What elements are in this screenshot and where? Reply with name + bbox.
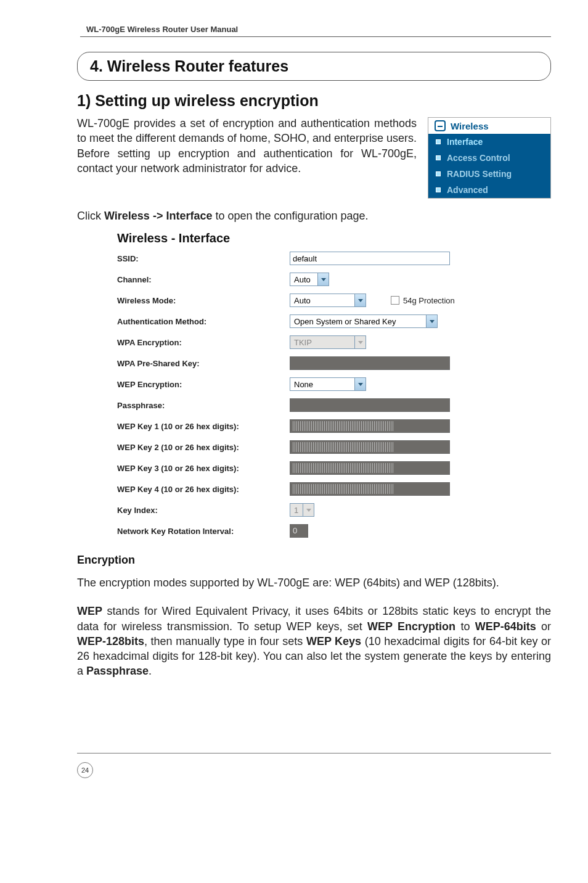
footer-divider: [77, 753, 551, 754]
click-hint-path: Wireless -> Interface: [104, 210, 212, 222]
wep128-bold: WEP-128bits: [77, 635, 144, 647]
dropdown-arrow-icon: [303, 504, 314, 516]
click-hint: Click Wireless -> Interface to open the …: [77, 210, 551, 223]
protection-checkbox[interactable]: [391, 296, 399, 305]
masked-value: [293, 463, 393, 473]
auth-method-select-value: Open System or Shared Key: [294, 317, 396, 326]
nav-item-label: Advanced: [447, 185, 488, 195]
wireless-nav-panel: Wireless Interface Access Control RADIUS…: [428, 117, 551, 199]
auth-method-select[interactable]: Open System or Shared Key: [290, 314, 438, 328]
label-ssid: SSID:: [117, 254, 290, 263]
wep-encryption-select-value: None: [294, 380, 313, 389]
section-title-box: 4. Wireless Router features: [77, 52, 551, 81]
key-index-select: 1: [290, 503, 314, 517]
nav-item-radius-setting[interactable]: RADIUS Setting: [428, 166, 550, 182]
manual-title: WL-700gE Wireless Router User Manual: [37, 25, 551, 34]
row-passphrase: Passphrase:: [117, 398, 502, 412]
row-wireless-mode: Wireless Mode: Auto 54g Protection: [117, 294, 502, 307]
label-wep-key-3: WEP Key 3 (10 or 26 hex digits):: [117, 464, 290, 473]
label-wep-key-2: WEP Key 2 (10 or 26 hex digits):: [117, 443, 290, 452]
panel-title: Wireless - Interface: [117, 231, 502, 245]
protection-checkbox-wrap[interactable]: 54g Protection: [391, 296, 455, 305]
masked-value: [293, 421, 393, 431]
masked-value: [293, 442, 393, 452]
wireless-mode-select-value: Auto: [294, 296, 311, 305]
row-key-index: Key Index: 1: [117, 503, 502, 517]
dropdown-arrow-icon: [354, 336, 365, 348]
row-wpa-encryption: WPA Encryption: TKIP: [117, 335, 502, 349]
wireless-mode-select[interactable]: Auto: [290, 294, 366, 307]
dropdown-arrow-icon: [354, 378, 365, 390]
row-wep-key-4: WEP Key 4 (10 or 26 hex digits):: [117, 482, 502, 496]
nav-bullet-icon: [436, 155, 441, 160]
row-wep-key-3: WEP Key 3 (10 or 26 hex digits):: [117, 461, 502, 475]
wpa-encryption-select: TKIP: [290, 335, 366, 349]
wep-key-2-input: [290, 440, 450, 454]
label-wireless-mode: Wireless Mode:: [117, 296, 290, 305]
row-wep-key-2: WEP Key 2 (10 or 26 hex digits):: [117, 440, 502, 454]
nav-header-label: Wireless: [451, 121, 489, 131]
text-run: , then manually type in four sets: [144, 635, 306, 647]
wep-bold: WEP: [77, 605, 102, 617]
nav-header[interactable]: Wireless: [428, 118, 550, 134]
dropdown-arrow-icon: [354, 294, 365, 306]
wep64-bold: WEP-64bits: [475, 620, 536, 633]
wep-key-1-input: [290, 419, 450, 433]
wep-key-4-input: [290, 482, 450, 496]
wpa-psk-input: [290, 356, 450, 370]
row-wpa-psk: WPA Pre-Shared Key:: [117, 356, 502, 370]
wireless-interface-panel: Wireless - Interface SSID: Channel: Auto…: [117, 231, 502, 538]
label-passphrase: Passphrase:: [117, 401, 290, 410]
channel-select-value: Auto: [294, 275, 311, 284]
nav-item-label: Interface: [447, 137, 483, 147]
text-run: or: [536, 620, 551, 633]
label-auth-method: Authentication Method:: [117, 317, 290, 326]
nav-item-label: RADIUS Setting: [447, 169, 512, 179]
label-wep-key-4: WEP Key 4 (10 or 26 hex digits):: [117, 485, 290, 494]
row-wep-encryption: WEP Encryption: None: [117, 377, 502, 391]
click-hint-suffix: to open the configuration page.: [212, 210, 368, 222]
wepkeys-bold: WEP Keys: [306, 635, 361, 647]
page-footer: 24: [77, 753, 551, 778]
row-rotation-interval: Network Key Rotation Interval: 0: [117, 524, 502, 538]
nav-bullet-icon: [436, 171, 441, 176]
masked-value: [293, 484, 393, 494]
page-number: 24: [77, 762, 93, 778]
label-wpa-encryption: WPA Encryption:: [117, 338, 290, 347]
encryption-paragraph-2: WEP stands for Wired Equivalent Privacy,…: [77, 604, 551, 678]
nav-item-advanced[interactable]: Advanced: [428, 182, 550, 198]
wep-key-3-input: [290, 461, 450, 475]
wpa-encryption-select-value: TKIP: [294, 338, 312, 347]
wep-encryption-select[interactable]: None: [290, 377, 366, 391]
rotation-interval-input: 0: [290, 524, 308, 538]
ssid-input[interactable]: [290, 252, 450, 265]
nav-bullet-icon: [436, 139, 441, 144]
nav-item-label: Access Control: [447, 153, 510, 163]
nav-item-interface[interactable]: Interface: [428, 134, 550, 150]
label-key-index: Key Index:: [117, 506, 290, 515]
row-ssid: SSID:: [117, 252, 502, 265]
dropdown-arrow-icon: [426, 315, 437, 327]
text-run: .: [149, 665, 152, 677]
label-wep-encryption: WEP Encryption:: [117, 380, 290, 389]
label-rotation-interval: Network Key Rotation Interval:: [117, 527, 290, 536]
passphrase-input: [290, 398, 450, 412]
row-channel: Channel: Auto: [117, 273, 502, 286]
wireless-folder-icon: [435, 120, 446, 131]
encryption-heading: Encryption: [77, 554, 551, 567]
text-run: to: [455, 620, 475, 633]
section-title: 4. Wireless Router features: [90, 57, 288, 75]
protection-label: 54g Protection: [403, 296, 455, 305]
encryption-paragraph-1: The encryption modes supported by WL-700…: [77, 575, 551, 590]
subsection-title: 1) Setting up wireless encryption: [77, 92, 551, 110]
channel-select[interactable]: Auto: [290, 273, 329, 286]
header-divider: [80, 36, 551, 37]
passphrase-bold: Passphrase: [86, 665, 149, 677]
nav-item-access-control[interactable]: Access Control: [428, 150, 550, 166]
row-wep-key-1: WEP Key 1 (10 or 26 hex digits):: [117, 419, 502, 433]
wep-encryption-bold: WEP Encryption: [367, 620, 455, 633]
key-index-select-value: 1: [294, 506, 298, 515]
row-auth-method: Authentication Method: Open System or Sh…: [117, 314, 502, 328]
click-hint-prefix: Click: [77, 210, 104, 222]
intro-paragraph: WL-700gE provides a set of encryption an…: [77, 116, 417, 176]
